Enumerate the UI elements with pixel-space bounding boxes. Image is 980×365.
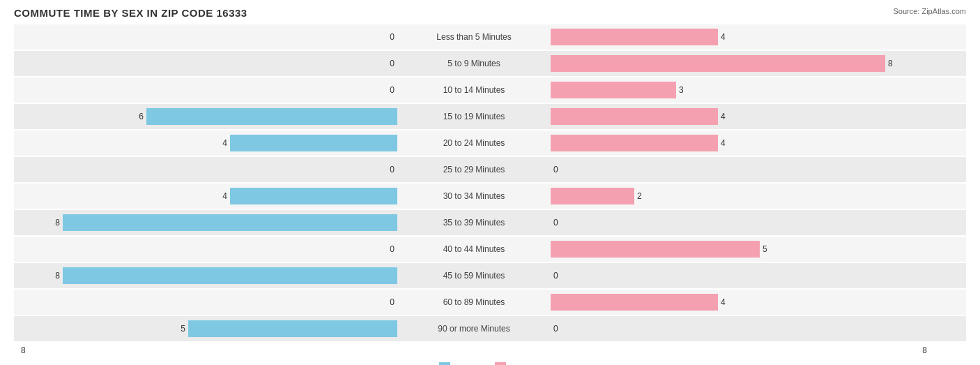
axis-left-val: 8: [21, 345, 26, 355]
female-bar: 4: [551, 135, 718, 151]
row-label: Less than 5 Minutes: [397, 32, 551, 42]
male-value: 8: [55, 218, 60, 228]
left-side: 0: [14, 24, 397, 50]
male-legend-label: Male: [454, 363, 474, 366]
female-zero-value: 0: [553, 324, 558, 334]
female-value: 4: [721, 297, 726, 307]
row-label: 45 to 59 Minutes: [397, 271, 551, 281]
left-side: 8: [14, 210, 397, 235]
left-side: 0: [14, 290, 397, 315]
left-side: 4: [14, 184, 397, 209]
axis-labels: 8 8: [14, 343, 966, 358]
legend-male: Male: [439, 362, 474, 365]
row-label: 60 to 89 Minutes: [397, 297, 551, 307]
right-side: 0: [551, 210, 934, 235]
female-bar: 2: [551, 188, 634, 204]
left-side: 5: [14, 316, 397, 341]
male-value: 6: [139, 112, 144, 121]
left-side: 0: [14, 77, 397, 103]
right-side: 8: [551, 51, 934, 76]
male-value: 8: [55, 271, 60, 281]
female-zero-value: 0: [553, 271, 558, 281]
bar-row: 025 to 29 Minutes0: [14, 157, 966, 182]
male-zero-value: 0: [390, 59, 395, 68]
male-bar: 6: [146, 108, 397, 125]
left-side: 8: [14, 263, 397, 288]
row-label: 35 to 39 Minutes: [397, 218, 551, 228]
male-value: 5: [181, 324, 185, 334]
right-side: 0: [551, 316, 934, 341]
chart-container: COMMUTE TIME BY SEX IN ZIP CODE 16333 So…: [0, 0, 980, 365]
right-side: 3: [551, 77, 934, 103]
male-bar: 4: [230, 135, 397, 151]
row-label: 30 to 34 Minutes: [397, 191, 551, 201]
row-label: 10 to 14 Minutes: [397, 85, 551, 95]
bar-row: 060 to 89 Minutes4: [14, 290, 966, 315]
female-legend-box: [495, 362, 506, 365]
male-zero-value: 0: [390, 85, 395, 95]
female-value: 4: [721, 32, 726, 42]
female-value: 8: [888, 59, 893, 68]
right-side: 0: [551, 263, 934, 288]
female-legend-label: Female: [510, 363, 540, 366]
bar-row: 040 to 44 Minutes5: [14, 237, 966, 262]
female-value: 2: [637, 191, 642, 201]
female-value: 5: [763, 244, 767, 254]
female-bar: 3: [551, 82, 676, 98]
row-label: 15 to 19 Minutes: [397, 112, 551, 121]
female-zero-value: 0: [553, 165, 558, 174]
female-zero-value: 0: [553, 218, 558, 228]
female-value: 3: [679, 85, 684, 95]
right-side: 5: [551, 237, 934, 262]
legend-female: Female: [495, 362, 540, 365]
right-side: 4: [551, 24, 934, 50]
male-zero-value: 0: [390, 244, 395, 254]
row-label: 90 or more Minutes: [397, 324, 551, 334]
bar-row: 835 to 39 Minutes0: [14, 210, 966, 235]
left-side: 4: [14, 131, 397, 156]
right-side: 4: [551, 290, 934, 315]
male-zero-value: 0: [390, 165, 395, 174]
row-label: 5 to 9 Minutes: [397, 59, 551, 68]
male-bar: 8: [63, 267, 397, 284]
left-side: 6: [14, 104, 397, 129]
female-bar: 5: [551, 241, 760, 258]
right-side: 4: [551, 104, 934, 129]
bar-row: 590 or more Minutes0: [14, 316, 966, 341]
male-value: 4: [222, 191, 227, 201]
bar-row: 430 to 34 Minutes2: [14, 184, 966, 209]
female-value: 4: [721, 138, 726, 148]
male-zero-value: 0: [390, 297, 395, 307]
bar-row: 05 to 9 Minutes8: [14, 51, 966, 76]
row-label: 20 to 24 Minutes: [397, 138, 551, 148]
axis-right-val: 8: [922, 345, 927, 355]
female-bar: 8: [551, 55, 885, 72]
right-side: 0: [551, 157, 934, 182]
bar-row: 420 to 24 Minutes4: [14, 131, 966, 156]
male-value: 4: [222, 138, 227, 148]
legend: Male Female: [14, 362, 966, 365]
bar-row: 010 to 14 Minutes3: [14, 77, 966, 103]
male-legend-box: [439, 362, 450, 365]
row-label: 25 to 29 Minutes: [397, 165, 551, 174]
male-bar: 4: [230, 188, 397, 204]
right-side: 2: [551, 184, 934, 209]
female-bar: 4: [551, 294, 718, 311]
female-value: 4: [721, 112, 726, 121]
left-side: 0: [14, 51, 397, 76]
bar-row: 615 to 19 Minutes4: [14, 104, 966, 129]
row-label: 40 to 44 Minutes: [397, 244, 551, 254]
left-side: 0: [14, 157, 397, 182]
chart-title: COMMUTE TIME BY SEX IN ZIP CODE 16333: [14, 7, 966, 19]
female-bar: 4: [551, 29, 718, 45]
male-zero-value: 0: [390, 32, 395, 42]
right-side: 4: [551, 131, 934, 156]
left-side: 0: [14, 237, 397, 262]
bar-row: 845 to 59 Minutes0: [14, 263, 966, 288]
source-label: Source: ZipAtlas.com: [893, 7, 966, 15]
female-bar: 4: [551, 108, 718, 125]
male-bar: 5: [188, 320, 397, 337]
bars-area: 0Less than 5 Minutes405 to 9 Minutes8010…: [14, 24, 966, 341]
bar-row: 0Less than 5 Minutes4: [14, 24, 966, 50]
male-bar: 8: [63, 214, 397, 231]
